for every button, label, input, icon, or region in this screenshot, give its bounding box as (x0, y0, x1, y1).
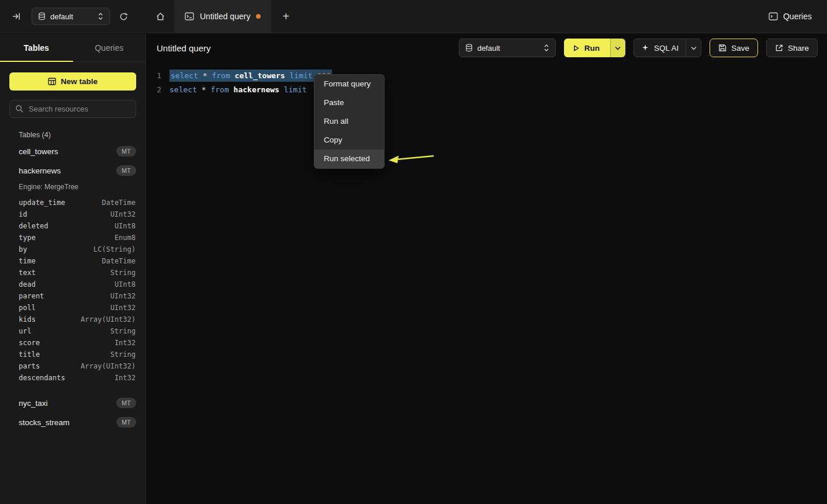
topbar-left-section: default (0, 8, 146, 25)
top-bar: default Untitled query + Queries (0, 0, 827, 33)
engine-badge: MT (116, 165, 136, 176)
new-tab-button[interactable]: + (271, 0, 300, 33)
hackernews-columns: update_timeDateTime idUInt32 deletedUInt… (0, 197, 146, 384)
save-button[interactable]: Save (710, 39, 758, 57)
tab-untitled-query[interactable]: Untitled query (174, 0, 271, 33)
column-row: descendantsInt32 (0, 372, 146, 384)
column-row: byLC(String) (0, 244, 146, 255)
engine-badge: MT (116, 146, 136, 157)
column-row: textString (0, 267, 146, 279)
chevron-updown-icon (98, 12, 103, 20)
editor-line-2[interactable]: 2 select * from hackernews limit (146, 82, 827, 96)
column-row: parentUInt32 (0, 290, 146, 302)
play-icon (572, 44, 580, 52)
sidebar-tabs: Tables Queries (0, 34, 146, 62)
run-button-label: Run (584, 44, 600, 53)
search-icon (15, 105, 23, 113)
share-icon (775, 44, 783, 52)
column-row: deadUInt8 (0, 279, 146, 290)
database-selector-value: default (50, 12, 73, 21)
table-row-nyc-taxi[interactable]: nyc_taxi MT (0, 396, 146, 410)
run-options-caret[interactable] (610, 39, 625, 57)
queries-button[interactable]: Queries (769, 12, 812, 21)
database-selector-topbar[interactable]: default (32, 8, 110, 25)
sql-ai-button[interactable]: SQL AI (634, 39, 701, 57)
home-tab[interactable] (146, 0, 174, 33)
database-selector-query[interactable]: default (459, 39, 556, 57)
sql-ai-caret[interactable] (686, 39, 701, 57)
table-grid-icon (48, 78, 56, 85)
save-button-label: Save (731, 44, 749, 53)
table-row-hackernews[interactable]: hackernews MT (0, 164, 146, 178)
column-row: update_timeDateTime (0, 197, 146, 208)
engine-label: Engine: MergeTree (19, 183, 136, 191)
column-row: titleString (0, 349, 146, 360)
sidebar-tab-tables[interactable]: Tables (0, 34, 73, 61)
line-number: 2 (146, 85, 161, 94)
unsaved-changes-dot (256, 14, 261, 19)
database-icon (465, 44, 473, 52)
column-row: pollUInt32 (0, 302, 146, 314)
column-row: scoreInt32 (0, 337, 146, 349)
home-icon (155, 12, 165, 22)
query-header: Untitled query default Run (146, 34, 827, 62)
sidebar-collapse-icon[interactable] (12, 12, 21, 21)
query-title: Untitled query (157, 43, 211, 53)
share-button-label: Share (788, 44, 809, 53)
sql-editor[interactable]: 1 select * from cell_towers limit 100 2 … (146, 62, 827, 96)
tables-section-label: Tables (4) (19, 131, 146, 139)
query-console-icon (185, 12, 194, 20)
engine-badge: MT (116, 398, 136, 408)
queries-button-label: Queries (783, 12, 812, 21)
refresh-icon[interactable] (119, 12, 128, 21)
table-row-cell-towers[interactable]: cell_towers MT (0, 144, 146, 158)
chevron-down-icon (691, 46, 697, 50)
column-row: idUInt32 (0, 208, 146, 220)
editor-context-menu: Format query Paste Run all Copy Run sele… (314, 74, 385, 169)
chevron-down-icon (615, 46, 621, 50)
menu-item-run-selected[interactable]: Run selected (314, 150, 384, 168)
sql-ai-label: SQL AI (654, 44, 679, 53)
queries-icon (769, 12, 778, 20)
menu-item-run-all[interactable]: Run all (314, 112, 384, 131)
sidebar-tab-queries[interactable]: Queries (73, 34, 146, 61)
run-button[interactable]: Run (564, 39, 625, 57)
sparkle-icon (641, 44, 649, 52)
chevron-updown-icon (544, 44, 549, 52)
new-table-button[interactable]: New table (9, 72, 136, 91)
tab-label: Untitled query (200, 12, 250, 21)
menu-item-paste[interactable]: Paste (314, 93, 384, 112)
editor-line-1[interactable]: 1 select * from cell_towers limit 100 (146, 68, 827, 82)
main-area: Untitled query default Run (146, 34, 827, 504)
column-row: partsArray(UInt32) (0, 360, 146, 372)
menu-item-format-query[interactable]: Format query (314, 75, 384, 93)
column-row: typeEnum8 (0, 232, 146, 244)
menu-item-copy[interactable]: Copy (314, 131, 384, 150)
database-selector-value: default (477, 44, 500, 53)
table-row-stocks-stream[interactable]: stocks_stream MT (0, 415, 146, 429)
column-row: deletedUInt8 (0, 220, 146, 232)
share-button[interactable]: Share (766, 39, 818, 57)
line-number: 1 (146, 71, 161, 80)
search-resources-input[interactable] (9, 100, 136, 118)
column-row: timeDateTime (0, 255, 146, 267)
column-row: kidsArray(UInt32) (0, 314, 146, 325)
new-table-button-label: New table (61, 77, 98, 86)
column-row: urlString (0, 325, 146, 337)
sidebar: Tables Queries New table Tables (4) cell… (0, 34, 146, 504)
engine-badge: MT (116, 417, 136, 427)
database-icon (38, 12, 46, 20)
save-icon (718, 44, 726, 52)
search-resources (9, 100, 136, 118)
topbar-tabs: Untitled query + (146, 0, 300, 33)
